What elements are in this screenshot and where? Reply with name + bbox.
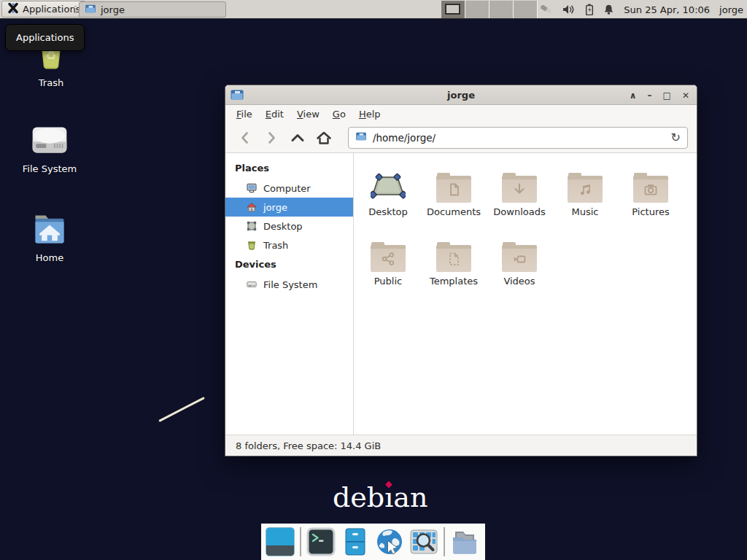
file-item-music[interactable]: Music	[552, 165, 618, 234]
notification-bell-icon[interactable]	[603, 4, 614, 15]
tooltip-text: Applications	[16, 32, 74, 43]
directory-launcher[interactable]	[450, 527, 479, 556]
desktop-icon-file-system[interactable]: File System	[15, 120, 85, 174]
globe-browser-icon	[375, 527, 404, 556]
bottom-dock	[261, 524, 485, 560]
file-item-documents[interactable]: Documents	[421, 165, 487, 234]
debian-logo-text: deb	[333, 481, 384, 513]
dock-separator	[444, 527, 445, 556]
sidebar-item-computer[interactable]: Computer	[225, 179, 353, 198]
sidebar-item-jorge[interactable]: jorge	[225, 198, 353, 217]
desktop-icon-home[interactable]: Home	[15, 210, 85, 263]
home-button[interactable]	[313, 127, 335, 149]
applications-menu-button[interactable]: Applications	[1, 1, 86, 18]
file-label: Templates	[421, 276, 487, 287]
debian-logo-text-end: an	[393, 481, 427, 513]
path-folder-icon	[355, 131, 367, 144]
terminal-icon	[306, 527, 336, 556]
top-panel: Applications jorge	[0, 0, 747, 19]
menu-file[interactable]: File	[230, 106, 259, 122]
workspace-4[interactable]	[514, 1, 538, 18]
app-finder-launcher[interactable]	[409, 527, 438, 556]
debian-logo: debıan	[333, 481, 427, 513]
sidebar-item-label: jorge	[263, 202, 287, 213]
file-label: Music	[552, 206, 618, 217]
close-button[interactable]: ✕	[682, 90, 689, 101]
file-manager-window: jorge ∧ – □ ✕ File Edit View Go Help	[225, 85, 697, 456]
file-list: Desktop Documents Downloads	[354, 153, 697, 435]
file-item-videos[interactable]: Videos	[487, 234, 552, 303]
back-button[interactable]	[234, 127, 256, 149]
panel-clock[interactable]: Sun 25 Apr, 10:06	[624, 4, 710, 15]
home-folder-icon	[31, 210, 69, 249]
desktop-icon	[246, 220, 258, 232]
share-emblem-icon	[379, 250, 397, 268]
file-item-pictures[interactable]: Pictures	[618, 165, 684, 234]
volume-tray-icon[interactable]	[562, 4, 576, 15]
toolbar: /home/jorge/ ↻	[225, 122, 697, 153]
sidebar-item-label: File System	[263, 279, 317, 290]
sidebar-item-label: Desktop	[263, 221, 303, 232]
file-label: Desktop	[355, 206, 421, 217]
desktop-stray-line	[158, 397, 205, 422]
hard-drive-icon	[29, 120, 70, 160]
workspace-2[interactable]	[465, 1, 489, 18]
taskbar-window-label: jorge	[101, 4, 125, 15]
taskbar-window-button[interactable]: jorge	[79, 1, 226, 18]
file-label: Videos	[487, 276, 552, 287]
show-desktop-button[interactable]	[266, 527, 295, 556]
workspace-pager	[441, 1, 538, 18]
folder-window-icon	[85, 3, 96, 17]
menu-go[interactable]: Go	[326, 106, 352, 122]
web-browser-launcher[interactable]	[375, 527, 404, 556]
path-bar[interactable]: /home/jorge/ ↻	[348, 127, 688, 149]
document-emblem-icon	[445, 181, 462, 198]
sidebar-item-desktop[interactable]: Desktop	[225, 217, 353, 236]
panel-separator-grip[interactable]	[74, 6, 77, 13]
file-item-desktop[interactable]: Desktop	[355, 165, 421, 234]
file-label: Pictures	[618, 206, 684, 217]
sidebar-item-label: Trash	[263, 240, 288, 251]
peripheral-device-tray-icon[interactable]	[540, 4, 553, 15]
workspace-1[interactable]	[441, 1, 465, 18]
up-button[interactable]	[287, 127, 309, 149]
window-titlebar[interactable]: jorge ∧ – □ ✕	[225, 85, 697, 105]
app-finder-icon	[409, 527, 438, 556]
sidebar-item-file-system[interactable]: File System	[225, 275, 353, 294]
file-cabinet-icon	[341, 527, 370, 556]
music-emblem-icon	[576, 181, 594, 198]
dock-separator	[300, 527, 301, 556]
workspace-window-preview	[445, 4, 460, 15]
path-input[interactable]: /home/jorge/	[373, 132, 665, 144]
file-item-templates[interactable]: Templates	[421, 234, 487, 303]
template-emblem-icon	[445, 250, 462, 268]
maximize-button[interactable]: □	[663, 90, 671, 101]
menu-edit[interactable]: Edit	[259, 106, 290, 122]
file-manager-launcher[interactable]	[341, 527, 370, 556]
menu-view[interactable]: View	[290, 106, 326, 122]
file-item-public[interactable]: Public	[355, 234, 421, 303]
desktop-icon-label: Trash	[16, 77, 86, 88]
sidebar-item-label: Computer	[263, 183, 311, 194]
home-icon	[246, 201, 258, 213]
sidebar-places-header: Places	[225, 158, 353, 179]
folder-icon	[450, 527, 479, 556]
battery-tray-icon[interactable]	[585, 4, 594, 15]
menu-bar: File Edit View Go Help	[225, 105, 697, 122]
terminal-launcher[interactable]	[306, 527, 336, 556]
menu-help[interactable]: Help	[352, 106, 387, 122]
file-label: Documents	[421, 206, 487, 217]
forward-button[interactable]	[260, 127, 282, 149]
computer-icon	[246, 182, 258, 194]
shade-button[interactable]: ∧	[630, 90, 637, 101]
minimize-button[interactable]: –	[648, 90, 652, 101]
file-item-downloads[interactable]: Downloads	[487, 165, 552, 234]
desktop-special-icon	[371, 171, 406, 203]
workspace-3[interactable]	[489, 1, 514, 18]
sidebar-devices-header: Devices	[225, 254, 353, 275]
trash-small-icon	[246, 239, 258, 251]
reload-icon[interactable]: ↻	[671, 131, 681, 144]
desktop-icon-label: File System	[15, 163, 85, 174]
sidebar-item-trash[interactable]: Trash	[225, 236, 353, 254]
xfce-applications-icon	[7, 2, 19, 16]
